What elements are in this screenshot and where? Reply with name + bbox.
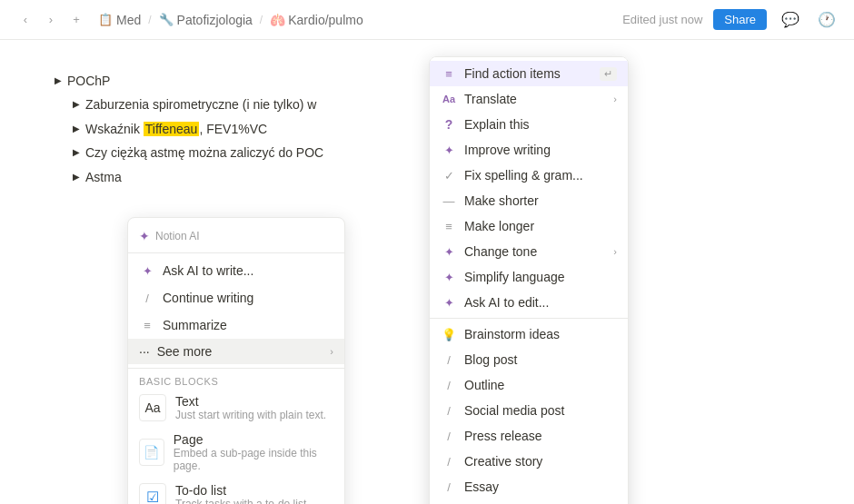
press-release-label: Press release [464, 429, 542, 443]
social-media-post-label: Social media post [464, 403, 565, 418]
divider [430, 318, 628, 319]
see-more-item[interactable]: ··· See more › [128, 339, 344, 364]
make-longer-label: Make longer [464, 219, 534, 233]
make-shorter-item[interactable]: — Make shorter [430, 188, 628, 213]
breadcrumb-patofizjologia[interactable]: 🔧 Patofizjologia [155, 11, 256, 29]
triangle-icon: ▶ [73, 145, 80, 160]
improve-writing-item[interactable]: ✦ Improve writing [430, 137, 628, 163]
list-item: ▶ POChP [55, 69, 799, 93]
breadcrumb-patofizjologia-label: Patofizjologia [177, 13, 253, 27]
comment-button[interactable]: 💬 [778, 7, 803, 33]
summarize-label: Summarize [163, 318, 227, 332]
change-tone-left: ✦ Change tone [441, 243, 537, 260]
nav-back-button[interactable]: ‹ [15, 9, 36, 31]
triangle-icon: ▶ [73, 122, 80, 136]
change-tone-item[interactable]: ✦ Change tone › [430, 239, 628, 264]
explain-this-item[interactable]: ? Explain this [430, 112, 628, 137]
page-block-title: Page [174, 432, 333, 447]
brainstorm-ideas-left: 💡 Brainstorm ideas [441, 326, 560, 342]
continue-writing-item[interactable]: / Continue writing [128, 284, 344, 311]
text-block-title: Text [175, 394, 326, 409]
fix-spelling-label: Fix spelling & gram... [464, 168, 583, 183]
improve-writing-left: ✦ Improve writing [441, 142, 551, 158]
text-block-item[interactable]: Aa Text Just start writing with plain te… [128, 389, 344, 427]
topbar-right: Edited just now Share 💬 🕐 [622, 7, 839, 33]
continue-writing-label: Continue writing [163, 291, 253, 305]
brainstorm-ideas-item[interactable]: 💡 Brainstorm ideas [430, 321, 628, 347]
breadcrumb-sep-2: / [260, 14, 263, 26]
todo-block-title: To-do list [175, 483, 310, 498]
see-more-left: ··· See more [139, 344, 212, 359]
nav-forward-button[interactable]: › [40, 9, 62, 31]
outline-item[interactable]: / Outline [430, 372, 628, 398]
list-item: ▶ Astma [55, 165, 799, 189]
social-media-post-item[interactable]: / Social media post [430, 398, 628, 423]
breadcrumb-med[interactable]: 📋 Med [94, 11, 144, 29]
essay-item[interactable]: / Essay [430, 474, 628, 499]
page-block-item[interactable]: 📄 Page Embed a sub-page inside this page… [128, 427, 344, 478]
notion-ai-star-icon: ✦ [139, 229, 150, 243]
make-shorter-icon: — [441, 193, 457, 209]
blog-post-label: Blog post [464, 352, 517, 367]
make-longer-item[interactable]: ≡ Make longer [430, 213, 628, 239]
simplify-language-item[interactable]: ✦ Simplify language [430, 264, 628, 290]
find-action-items-item[interactable]: ≡ Find action items ↵ [430, 61, 628, 86]
fix-spelling-item[interactable]: ✓ Fix spelling & gram... [430, 163, 628, 188]
todo-block-info: To-do list Track tasks with a to-do list… [175, 483, 310, 504]
find-action-items-left: ≡ Find action items [441, 65, 561, 82]
text-block-info: Text Just start writing with plain text. [175, 394, 326, 421]
breadcrumb-sep-1: / [148, 14, 151, 26]
ask-ai-edit-icon: ✦ [441, 294, 457, 311]
translate-chevron-icon: › [613, 94, 617, 104]
see-more-icon: ··· [139, 344, 150, 359]
lungs-icon: 🫁 [270, 13, 284, 27]
find-action-items-label: Find action items [464, 66, 561, 81]
summarize-item[interactable]: ≡ Summarize [128, 311, 344, 339]
outline-icon: / [441, 377, 457, 393]
wrench-icon: 🔧 [159, 13, 174, 27]
list-item: ▶ Zaburzenia spirometryczne (i nie tylko… [55, 93, 799, 116]
find-action-items-icon: ≡ [441, 65, 457, 82]
divider [128, 368, 344, 369]
make-longer-icon: ≡ [441, 218, 457, 234]
todo-block-item[interactable]: ☑ To-do list Track tasks with a to-do li… [128, 478, 344, 504]
improve-writing-label: Improve writing [464, 143, 551, 157]
creative-story-item[interactable]: / Creative story [430, 449, 628, 474]
ask-ai-edit-item[interactable]: ✦ Ask AI to edit... [430, 290, 628, 315]
breadcrumb-kardio-label: Kardio/pulmo [288, 13, 363, 27]
poem-item[interactable]: / Poem [430, 499, 628, 504]
creative-story-left: / Creative story [441, 453, 542, 469]
blog-post-left: / Blog post [441, 351, 517, 368]
blog-post-item[interactable]: / Blog post [430, 347, 628, 372]
simplify-language-label: Simplify language [464, 270, 565, 284]
ask-ai-edit-left: ✦ Ask AI to edit... [441, 294, 549, 311]
nav-buttons: ‹ › + [15, 9, 87, 31]
translate-item[interactable]: Aa Translate › [430, 86, 628, 112]
list-item: ▶ Czy ciężką astmę można zaliczyć do POC [55, 141, 799, 164]
history-button[interactable]: 🕐 [814, 7, 839, 33]
ask-ai-write-icon: ✦ [139, 262, 155, 279]
press-release-item[interactable]: / Press release [430, 423, 628, 449]
ask-ai-write-item[interactable]: ✦ Ask AI to write... [128, 257, 344, 284]
text-block-icon: Aa [139, 394, 166, 421]
page-block-desc: Embed a sub-page inside this page. [174, 447, 333, 472]
text-block-desc: Just start writing with plain text. [175, 409, 326, 421]
brainstorm-ideas-icon: 💡 [441, 326, 457, 342]
ask-ai-edit-label: Ask AI to edit... [464, 295, 549, 310]
share-button[interactable]: Share [713, 9, 767, 30]
list-item-text: Astma [85, 167, 122, 187]
brainstorm-ideas-label: Brainstorm ideas [464, 327, 560, 341]
summarize-icon: ≡ [139, 317, 155, 333]
creative-story-label: Creative story [464, 454, 542, 469]
creative-story-icon: / [441, 453, 457, 469]
list-item-text: Zaburzenia spirometryczne (i nie tylko) … [85, 94, 316, 114]
breadcrumb-kardio[interactable]: 🫁 Kardio/pulmo [266, 11, 367, 29]
triangle-icon: ▶ [73, 97, 80, 112]
translate-icon: Aa [441, 91, 457, 107]
change-tone-label: Change tone [464, 244, 537, 259]
essay-icon: / [441, 479, 457, 495]
simplify-language-icon: ✦ [441, 269, 457, 285]
continue-writing-icon: / [139, 290, 155, 306]
nav-add-button[interactable]: + [65, 9, 87, 31]
make-shorter-left: — Make shorter [441, 193, 539, 209]
